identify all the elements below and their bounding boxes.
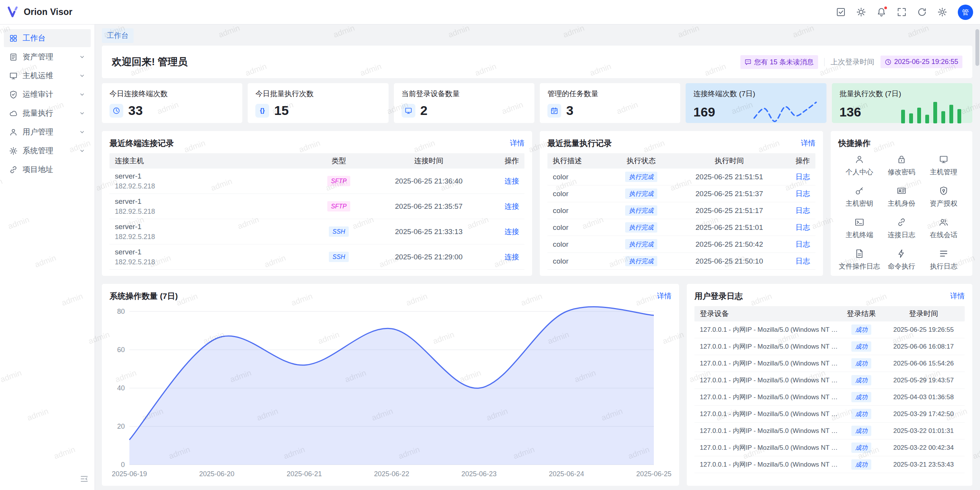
log-link[interactable]: 日志 bbox=[795, 206, 810, 215]
quick-op-online-sessions[interactable]: 在线会话 bbox=[923, 218, 965, 239]
quick-op-change-password[interactable]: 修改密码 bbox=[880, 155, 923, 177]
connect-link[interactable]: 连接 bbox=[505, 253, 519, 261]
log-link[interactable]: 日志 bbox=[795, 173, 810, 181]
login-logs-table: 登录设备 登录结果 登录时间 127.0.0.1 - 内网IP - Mozill… bbox=[694, 306, 965, 473]
quick-op-command-execution[interactable]: 命令执行 bbox=[880, 249, 923, 271]
login-device: 127.0.0.1 - 内网IP - Mozilla/5.0 (Windows … bbox=[694, 426, 840, 435]
quick-op-personal-center[interactable]: 个人中心 bbox=[838, 155, 880, 177]
quick-op-host-terminal[interactable]: 主机终端 bbox=[838, 218, 880, 239]
table-row: 127.0.0.1 - 内网IP - Mozilla/5.0 (Windows … bbox=[694, 423, 965, 439]
key-icon bbox=[855, 186, 864, 195]
terminal-records-panel: 最近终端连接记录 详情 连接主机 类型 连接时间 操作 server-1182.… bbox=[102, 131, 532, 276]
quick-op-host-keys[interactable]: 主机密钥 bbox=[838, 186, 880, 208]
login-logs-detail-link[interactable]: 详情 bbox=[950, 291, 965, 301]
connect-link[interactable]: 连接 bbox=[505, 202, 519, 210]
host-name: server-1 bbox=[115, 223, 310, 231]
quick-op-asset-authorization[interactable]: 资产授权 bbox=[923, 186, 965, 208]
check-square-icon[interactable] bbox=[836, 7, 846, 17]
log-link[interactable]: 日志 bbox=[795, 240, 810, 248]
stats-row: 今日连接终端次数 33 今日批量执行次数 {} 15 当前登录设备数量 2 bbox=[102, 83, 972, 123]
users-icon bbox=[939, 218, 948, 227]
page-scrollbar-thumb[interactable] bbox=[975, 29, 979, 66]
system-gear-icon bbox=[9, 147, 18, 155]
table-row: 127.0.0.1 - 内网IP - Mozilla/5.0 (Windows … bbox=[694, 338, 965, 355]
breadcrumb-item-workbench[interactable]: 工作台 bbox=[102, 28, 134, 43]
table-row: 127.0.0.1 - 内网IP - Mozilla/5.0 (Windows … bbox=[694, 456, 965, 473]
divider bbox=[824, 58, 825, 66]
sidebar-item-workbench[interactable]: 工作台 bbox=[4, 29, 91, 47]
sidebar-item-label: 资产管理 bbox=[23, 52, 74, 62]
sidebar-item-batch-exec[interactable]: 批量执行 bbox=[4, 104, 91, 122]
asset-list-icon bbox=[9, 53, 18, 61]
svg-text:2025-06-22: 2025-06-22 bbox=[374, 470, 409, 478]
panel-title: 最近批量执行记录 bbox=[547, 138, 612, 149]
svg-text:2025-06-23: 2025-06-23 bbox=[461, 470, 497, 478]
stat-label: 当前登录设备数量 bbox=[402, 89, 527, 99]
chevron-down-icon bbox=[79, 72, 85, 79]
theme-sun-icon[interactable] bbox=[856, 7, 866, 17]
batch-cloud-icon bbox=[9, 109, 18, 118]
column-header: 登录结果 bbox=[840, 309, 882, 319]
batch-records-detail-link[interactable]: 详情 bbox=[801, 138, 815, 148]
stat-value: 169 bbox=[693, 105, 715, 120]
main-content: 工作台 欢迎回来! 管理员 您有 15 条未读消息 上次登录时间 2025-06… bbox=[95, 25, 980, 490]
login-time: 2025-06-06 15:54:26 bbox=[882, 360, 965, 367]
unread-messages-tag[interactable]: 您有 15 条未读消息 bbox=[740, 55, 818, 69]
login-time: 2025-03-21 23:53:43 bbox=[882, 461, 965, 469]
stat-label: 今日连接终端次数 bbox=[109, 89, 235, 99]
user-avatar[interactable]: 管 bbox=[958, 5, 973, 20]
sidebar-item-system-management[interactable]: 系统管理 bbox=[4, 142, 91, 160]
sidebar-item-label: 用户管理 bbox=[23, 127, 74, 137]
table-row: color 执行完成 2025-06-25 21:50:10 日志 bbox=[547, 253, 815, 270]
table-row: color 执行完成 2025-06-25 21:51:17 日志 bbox=[547, 202, 815, 219]
sidebar-item-label: 系统管理 bbox=[23, 146, 74, 156]
connect-link[interactable]: 连接 bbox=[505, 177, 519, 185]
stat-card-current-login-devices: 当前登录设备数量 2 bbox=[394, 83, 534, 123]
log-link[interactable]: 日志 bbox=[795, 257, 810, 265]
column-header: 连接主机 bbox=[109, 156, 310, 166]
system-operations-area-chart: 0204060802025-06-192025-06-202025-06-212… bbox=[109, 306, 671, 479]
sidebar-item-user-management[interactable]: 用户管理 bbox=[4, 123, 91, 141]
welcome-right: 您有 15 条未读消息 上次登录时间 2025-06-25 19:26:55 bbox=[740, 55, 962, 69]
settings-gear-icon[interactable] bbox=[938, 7, 947, 17]
sidebar-collapse-icon[interactable] bbox=[80, 475, 88, 485]
log-link[interactable]: 日志 bbox=[795, 190, 810, 198]
sidebar-item-asset-management[interactable]: 资产管理 bbox=[4, 48, 91, 66]
quick-op-host-identity[interactable]: 主机身份 bbox=[880, 186, 923, 208]
chart-detail-link[interactable]: 详情 bbox=[657, 291, 671, 301]
quick-op-connection-log[interactable]: 连接日志 bbox=[880, 218, 923, 239]
quick-op-host-management[interactable]: 主机管理 bbox=[923, 155, 965, 177]
executions-7d-sparkline bbox=[897, 100, 965, 124]
log-link[interactable]: 日志 bbox=[795, 223, 810, 231]
sidebar-item-host-ops[interactable]: 主机运维 bbox=[4, 67, 91, 85]
exec-description: color bbox=[547, 240, 609, 249]
sidebar-item-ops-audit[interactable]: 运维审计 bbox=[4, 85, 91, 103]
welcome-title: 欢迎回来! 管理员 bbox=[112, 55, 188, 69]
batch-records-table: 执行描述 执行状态 执行时间 操作 color 执行完成 2025-06-25 … bbox=[547, 153, 815, 270]
terminal-records-detail-link[interactable]: 详情 bbox=[510, 138, 524, 148]
refresh-icon[interactable] bbox=[917, 7, 927, 17]
table-row: color 执行完成 2025-06-25 21:51:01 日志 bbox=[547, 219, 815, 236]
connections-7d-sparkline bbox=[751, 100, 819, 124]
column-header: 连接时间 bbox=[368, 156, 490, 166]
chevron-down-icon bbox=[79, 147, 85, 154]
topbar: Orion Visor 管 bbox=[0, 0, 980, 25]
quick-op-execution-log[interactable]: 执行日志 bbox=[923, 249, 965, 271]
last-login-label: 上次登录时间 bbox=[831, 57, 874, 67]
quick-operations-panel: 快捷操作 个人中心 修改密码 主机管理 主机密钥 主机身份 资产授权 主机终端 … bbox=[831, 131, 972, 276]
message-icon bbox=[745, 59, 751, 66]
login-time: 2025-05-29 19:43:57 bbox=[882, 377, 965, 384]
connect-link[interactable]: 连接 bbox=[505, 228, 519, 236]
brand[interactable]: Orion Visor bbox=[7, 6, 72, 19]
quick-op-file-operation-log[interactable]: 文件操作日志 bbox=[838, 249, 880, 271]
sidebar-item-project-url[interactable]: 项目地址 bbox=[4, 161, 91, 179]
svg-text:0: 0 bbox=[121, 461, 125, 469]
notifications-bell-icon[interactable] bbox=[877, 7, 886, 17]
dashboard-icon bbox=[9, 34, 18, 43]
result-tag: 成功 bbox=[851, 324, 871, 335]
terminal-records-table: 连接主机 类型 连接时间 操作 server-1182.92.5.218 SFT… bbox=[109, 153, 524, 270]
panel-title: 用户登录日志 bbox=[694, 291, 743, 302]
fullscreen-icon[interactable] bbox=[897, 7, 906, 17]
login-device: 127.0.0.1 - 内网IP - Mozilla/5.0 (Windows … bbox=[694, 342, 840, 351]
exec-time: 2025-06-25 21:51:51 bbox=[674, 173, 785, 181]
